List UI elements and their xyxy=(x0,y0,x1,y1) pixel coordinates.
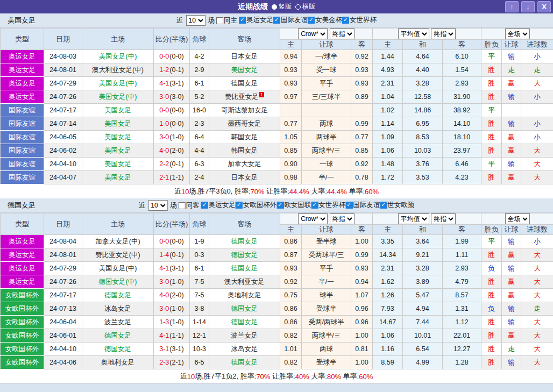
goals-result: 大 xyxy=(521,158,553,171)
match-type-badge: 国际友谊 xyxy=(1,171,44,184)
match-type-badge: 奥运女足 xyxy=(1,262,44,275)
match-row: 奥运女足24-07-26德国女足(中)3-0(1-0)7-5澳大利亚女足0.92… xyxy=(1,275,553,289)
footer-strip xyxy=(0,383,553,392)
col-type: 类型 xyxy=(1,213,44,235)
goals-result: 大 xyxy=(521,248,553,262)
close-button[interactable]: X xyxy=(537,1,551,12)
match-score: 4-1(1-1) xyxy=(154,329,190,343)
corner-score: 6-4 xyxy=(190,131,209,144)
league-filter[interactable]: 奥运女足 xyxy=(201,201,236,210)
league-filter[interactable]: 世女欧预 xyxy=(380,201,414,210)
league-filter[interactable]: 女世界杯 xyxy=(342,16,377,25)
final-index-select-2[interactable]: 终指 xyxy=(431,213,456,224)
avg-draw: 3.89 xyxy=(403,275,443,289)
match-score: 3-0(1-0) xyxy=(154,302,190,316)
league-filter[interactable]: 女美金杯 xyxy=(308,16,342,25)
goals-result: 大 xyxy=(521,343,553,356)
match-score: 1-2(0-1) xyxy=(154,63,190,77)
away-odds: 0.93 xyxy=(351,262,373,275)
match-date: 24-08-01 xyxy=(44,248,82,262)
league-filter[interactable]: 女世界杯 xyxy=(311,201,345,210)
match-type-badge: 女欧国杯外 xyxy=(1,316,44,329)
match-result: 胜 xyxy=(481,329,502,343)
avg-away: 1.31 xyxy=(443,302,481,316)
home-team: 波兰女足 xyxy=(82,316,154,329)
odds-source-select[interactable]: Crow* xyxy=(298,213,328,224)
move-down-button[interactable]: ↓ xyxy=(521,1,535,12)
handicap-line: 两球半/三 xyxy=(302,329,351,343)
goals-result: 大 xyxy=(521,262,553,275)
corner-score: 6-1 xyxy=(190,262,209,275)
league-filter[interactable]: 国际友谊 xyxy=(345,201,380,210)
home-team: 美国女足 xyxy=(82,104,154,117)
match-result: 胜 xyxy=(481,275,502,289)
away-odds: 0.93 xyxy=(351,77,373,90)
away-odds: 1.07 xyxy=(351,289,373,302)
home-odds: 0.87 xyxy=(280,248,302,262)
avg-draw: 3.53 xyxy=(403,171,443,184)
corner-score: 12-1 xyxy=(190,329,209,343)
layout-radio-vertical[interactable]: 竖版 xyxy=(272,2,292,11)
match-result: 胜 xyxy=(481,316,502,329)
average-select[interactable]: 平均值 xyxy=(398,213,429,224)
final-index-select-2[interactable]: 终指 xyxy=(431,28,456,39)
odds-source-select[interactable]: Crow* xyxy=(298,28,328,39)
home-team: 冰岛女足 xyxy=(82,302,154,316)
same-venue-checkbox[interactable]: 同主 xyxy=(216,16,237,25)
match-count-select[interactable]: 10 xyxy=(148,200,167,211)
home-team: 德国女足 xyxy=(82,289,154,302)
checkbox-checked-icon xyxy=(345,202,352,209)
league-filter[interactable]: 女欧国杯外 xyxy=(236,201,277,210)
match-score: 3-0(1-0) xyxy=(154,275,190,289)
same-venue-checkbox[interactable]: 同客 xyxy=(179,201,200,210)
handicap-result: 输 xyxy=(502,356,521,369)
match-count-select[interactable]: 10 xyxy=(186,15,205,26)
match-type-badge: 奥运女足 xyxy=(1,50,44,63)
match-date: 24-07-26 xyxy=(44,90,82,104)
checkbox-unchecked-icon xyxy=(179,202,186,209)
final-index-select[interactable]: 终指 xyxy=(330,28,355,39)
move-up-button[interactable]: ↑ xyxy=(505,1,519,12)
away-team: 奥地利女足 xyxy=(209,289,280,302)
average-select[interactable]: 平均值 xyxy=(398,28,429,39)
match-result: 胜 xyxy=(481,77,502,90)
corner-score: 2-9 xyxy=(190,63,209,77)
handicap-result: 赢 xyxy=(502,275,521,289)
col-handicap: 让球 xyxy=(302,40,351,50)
match-date: 24-06-04 xyxy=(44,316,82,329)
match-score: 4-0(2-0) xyxy=(154,144,190,158)
match-score: 2-2(0-1) xyxy=(154,158,190,171)
layout-radio-horizontal[interactable]: 横版 xyxy=(295,2,315,11)
league-filter[interactable]: 国际友谊 xyxy=(273,16,308,25)
match-score: 2-3(2-1) xyxy=(154,356,190,369)
goals-result: 大 xyxy=(521,329,553,343)
match-type-badge: 女欧国杯外 xyxy=(1,329,44,343)
col-result: 胜负 xyxy=(481,225,502,235)
home-odds: 0.86 xyxy=(280,302,302,316)
goals-result: 走 xyxy=(521,63,553,77)
league-filter[interactable]: 奥运女足 xyxy=(239,16,273,25)
section-header-germany: 德国女足 近 10 场 同客 奥运女足女欧国杯外欧女国联女世界杯国际友谊世女欧预 xyxy=(0,198,553,213)
avg-draw: 14.86 xyxy=(403,104,443,117)
avg-home: 1.06 xyxy=(373,329,403,343)
home-team: 德国女足(中) xyxy=(82,275,154,289)
match-date: 24-07-26 xyxy=(44,275,82,289)
col-goals-result: 进球数 xyxy=(521,40,553,50)
col-home-odds: 主 xyxy=(280,225,302,235)
away-team: 德国女足 xyxy=(209,262,280,275)
match-score: 1-4(0-1) xyxy=(154,248,190,262)
final-index-select[interactable]: 终指 xyxy=(330,213,355,224)
home-odds: 0.86 xyxy=(280,316,302,329)
scope-select[interactable]: 全场 xyxy=(505,213,530,224)
avg-away: 23.97 xyxy=(443,144,481,158)
avg-away: 1.28 xyxy=(443,356,481,369)
match-date: 24-07-17 xyxy=(44,104,82,117)
matches-tbody: 奥运女足24-08-04加拿大女足(中)0-0(0-0)1-9德国女足0.86受… xyxy=(1,235,553,369)
col-away-odds: 客 xyxy=(351,40,373,50)
scope-select[interactable]: 全场 xyxy=(505,28,530,39)
home-odds: 0.93 xyxy=(280,262,302,275)
away-team: 哥斯达黎加女足 xyxy=(209,104,280,117)
league-filter[interactable]: 欧女国联 xyxy=(276,201,311,210)
handicap-result: 输 xyxy=(502,302,521,316)
corner-score: 3-8 xyxy=(190,302,209,316)
